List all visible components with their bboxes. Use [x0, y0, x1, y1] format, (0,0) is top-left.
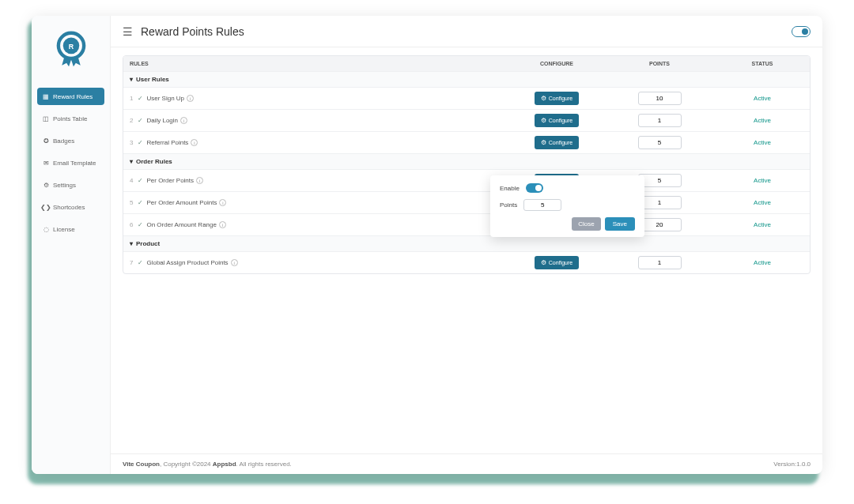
- info-icon[interactable]: i: [187, 95, 194, 102]
- gear-icon: ⚙: [541, 259, 546, 266]
- check-icon: ✓: [138, 95, 143, 102]
- sidebar-item-settings[interactable]: ⚙ Settings: [37, 176, 104, 194]
- configure-button[interactable]: ⚙Configure: [535, 256, 579, 269]
- points-label: Points: [500, 201, 517, 209]
- menu-icon[interactable]: ☰: [123, 25, 133, 38]
- enable-toggle[interactable]: [526, 183, 543, 193]
- configure-popover: Enable Points Close Save: [490, 175, 644, 237]
- chevron-down-icon: ▾: [130, 240, 133, 247]
- configure-button[interactable]: ⚙Configure: [535, 136, 579, 149]
- gear-icon: ⚙: [42, 181, 50, 189]
- table-row: 1✓User Sign Upi⚙ConfigureActive: [123, 88, 810, 110]
- rule-name: Referral Points: [146, 139, 188, 146]
- sidebar-label: Badges: [53, 137, 74, 145]
- row-number: 7: [130, 259, 133, 266]
- footer-product: Vite Coupon: [123, 461, 160, 468]
- check-icon: ✓: [138, 117, 143, 124]
- table-row: 6✓On Order Amount Rangei⚙ConfigureActive: [123, 214, 810, 236]
- footer: Vite Coupon, Copyright ©2024 Appsbd. All…: [111, 453, 822, 474]
- table-row: 2✓Daily Logini⚙ConfigureActive: [123, 110, 810, 132]
- sidebar-item-badges[interactable]: ✪ Badges: [37, 132, 104, 149]
- rules-icon: ▦: [42, 92, 50, 100]
- table-row: 5✓Per Order Amount Pointsi⚙ConfigureActi…: [123, 192, 810, 214]
- col-rules: Rules: [123, 56, 509, 72]
- row-number: 1: [130, 95, 133, 102]
- rules-table: Rules Configure Points Status ▾User Rule…: [123, 56, 810, 273]
- group-row[interactable]: ▾User Rules: [123, 72, 810, 88]
- sidebar-item-email-template[interactable]: ✉ Email Template: [37, 154, 104, 171]
- group-row[interactable]: ▾Order Rules: [123, 154, 810, 170]
- main-area: ☰ Reward Points Rules Rules Configure Po…: [111, 16, 822, 474]
- sidebar-label: Shortcodes: [53, 204, 85, 211]
- footer-author: Appsbd: [213, 461, 236, 468]
- info-icon[interactable]: i: [219, 199, 226, 206]
- status-badge: Active: [754, 259, 771, 266]
- rule-name: User Sign Up: [146, 95, 184, 102]
- theme-toggle[interactable]: [792, 26, 811, 37]
- check-icon: ✓: [138, 259, 143, 266]
- row-number: 5: [130, 199, 133, 206]
- col-configure: Configure: [509, 56, 604, 72]
- status-badge: Active: [754, 177, 771, 184]
- sidebar-item-license[interactable]: ◌ License: [37, 220, 104, 238]
- points-input[interactable]: [523, 199, 561, 211]
- status-badge: Active: [754, 117, 771, 124]
- gear-icon: ⚙: [541, 117, 546, 124]
- save-button[interactable]: Save: [605, 217, 635, 231]
- rule-name: Daily Login: [146, 117, 178, 124]
- info-icon[interactable]: i: [196, 177, 203, 184]
- configure-button[interactable]: ⚙Configure: [535, 114, 579, 127]
- check-icon: ✓: [138, 221, 143, 228]
- mail-icon: ✉: [42, 159, 50, 167]
- sidebar-label: Settings: [53, 182, 76, 189]
- chevron-down-icon: ▾: [130, 158, 133, 165]
- points-field[interactable]: [638, 136, 682, 149]
- group-title: Order Rules: [136, 158, 172, 165]
- table-row: 7✓Global Assign Product Pointsi⚙Configur…: [123, 252, 810, 274]
- sidebar-item-reward-rules[interactable]: ▦ Reward Rules: [37, 88, 104, 105]
- table-row: 4✓Per Order Pointsi⚙ConfigureActive: [123, 170, 810, 192]
- header: ☰ Reward Points Rules: [111, 16, 822, 47]
- content: Rules Configure Points Status ▾User Rule…: [111, 47, 822, 453]
- app-window: R ▦ Reward Rules ◫ Points Table ✪ Badges…: [32, 16, 822, 474]
- info-icon[interactable]: i: [231, 259, 238, 266]
- row-number: 4: [130, 177, 133, 184]
- info-icon[interactable]: i: [191, 139, 198, 146]
- sidebar: R ▦ Reward Rules ◫ Points Table ✪ Badges…: [32, 16, 111, 474]
- gear-icon: ⚙: [541, 95, 546, 102]
- status-badge: Active: [754, 199, 771, 206]
- info-icon[interactable]: i: [219, 221, 226, 228]
- sidebar-item-points-table[interactable]: ◫ Points Table: [37, 110, 104, 127]
- points-field[interactable]: [638, 114, 682, 127]
- col-points: Points: [604, 56, 715, 72]
- row-number: 2: [130, 117, 133, 124]
- badge-icon: ✪: [42, 137, 50, 145]
- group-row[interactable]: ▾Product: [123, 236, 810, 252]
- configure-button[interactable]: ⚙Configure: [535, 92, 579, 105]
- points-field[interactable]: [638, 256, 682, 269]
- table-row: 3✓Referral Pointsi⚙ConfigureActive: [123, 132, 810, 154]
- gear-icon: ⚙: [541, 139, 546, 146]
- info-icon[interactable]: i: [180, 117, 187, 124]
- close-button[interactable]: Close: [572, 217, 600, 231]
- license-icon: ◌: [42, 225, 50, 233]
- points-field[interactable]: [638, 92, 682, 105]
- check-icon: ✓: [138, 139, 143, 146]
- sidebar-label: Points Table: [53, 115, 87, 122]
- col-status: Status: [715, 56, 810, 72]
- page-title: Reward Points Rules: [141, 25, 244, 38]
- sidebar-item-shortcodes[interactable]: ❮❯ Shortcodes: [37, 198, 104, 216]
- table-icon: ◫: [42, 115, 50, 122]
- check-icon: ✓: [138, 177, 143, 184]
- enable-label: Enable: [500, 185, 520, 192]
- svg-text:R: R: [68, 43, 74, 51]
- chevron-down-icon: ▾: [130, 76, 133, 83]
- group-title: Product: [136, 240, 160, 247]
- row-number: 6: [130, 221, 133, 228]
- rule-name: On Order Amount Range: [146, 221, 217, 228]
- sidebar-label: Email Template: [53, 160, 96, 167]
- sidebar-label: Reward Rules: [53, 93, 93, 100]
- logo-icon: R: [54, 28, 89, 72]
- rule-name: Per Order Amount Points: [146, 199, 217, 206]
- rule-name: Per Order Points: [146, 177, 194, 184]
